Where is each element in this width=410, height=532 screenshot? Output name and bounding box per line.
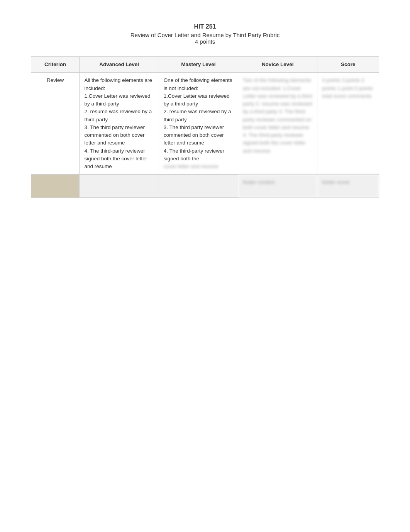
col-novice: Novice Level — [238, 57, 317, 73]
footer-criterion — [31, 175, 80, 198]
col-criterion: Criterion — [31, 57, 80, 73]
criterion-cell: Review — [31, 73, 80, 175]
score-text: 4 points 3 points 2 points 1 point 0 poi… — [322, 77, 373, 99]
advanced-cell: All the following elements are included:… — [80, 73, 159, 175]
footer-mastery — [159, 175, 238, 198]
mastery-cell: One of the following elements is not inc… — [159, 73, 238, 175]
col-mastery: Mastery Level — [159, 57, 238, 73]
footer-score: footer score — [317, 175, 379, 198]
criterion-label: Review — [47, 77, 64, 83]
mastery-text: One of the following elements is not inc… — [164, 77, 232, 161]
advanced-text: All the following elements are included:… — [84, 77, 152, 169]
footer-advanced — [80, 175, 159, 198]
col-score: Score — [317, 57, 379, 73]
page-points: 4 points — [31, 38, 379, 45]
table-row: Review All the following elements are in… — [31, 73, 379, 175]
footer-row: footer content footer score — [31, 175, 379, 198]
score-cell: 4 points 3 points 2 points 1 point 0 poi… — [317, 73, 379, 175]
page-header: HIT 251 Review of Cover Letter and Resum… — [31, 23, 379, 45]
mastery-blurred: cover letter and resume — [164, 163, 219, 169]
page-subtitle: Review of Cover Letter and Resume by Thi… — [31, 32, 379, 38]
page-container: HIT 251 Review of Cover Letter and Resum… — [0, 0, 410, 221]
footer-novice: footer content — [238, 175, 317, 198]
page-title: HIT 251 — [31, 23, 379, 30]
table-header-row: Criterion Advanced Level Mastery Level N… — [31, 57, 379, 73]
rubric-table: Criterion Advanced Level Mastery Level N… — [31, 56, 379, 198]
novice-cell: Two of the following elements are not in… — [238, 73, 317, 175]
col-advanced: Advanced Level — [80, 57, 159, 73]
novice-text: Two of the following elements are not in… — [243, 77, 312, 153]
